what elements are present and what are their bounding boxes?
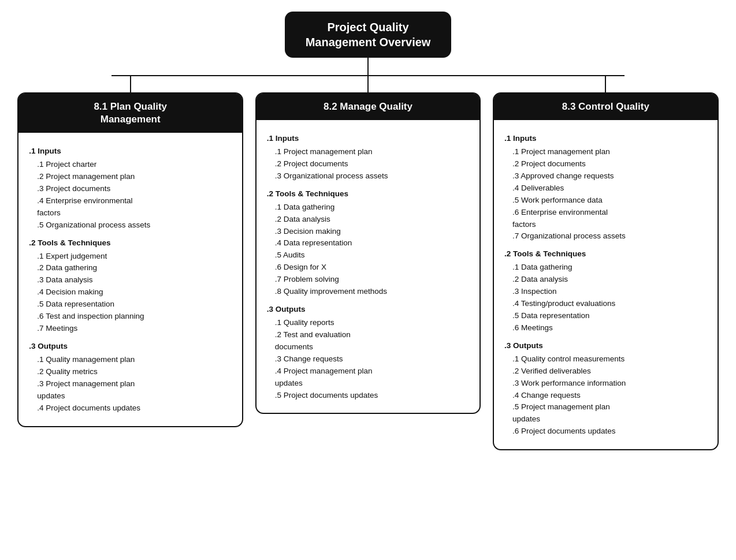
col-line-plan: [130, 76, 131, 92]
section-title-plan-0: .1 Inputs: [29, 145, 232, 158]
section-title-manage-0: .1 Inputs: [267, 133, 470, 145]
item-control-0-0: .1 Project management plan: [504, 146, 707, 158]
card-body-control: .1 Inputs.1 Project management plan.2 Pr…: [494, 120, 718, 440]
item-plan-1-0: .1 Expert judgement: [29, 251, 232, 263]
item-plan-1-1: .2 Data gathering: [29, 262, 232, 274]
item-plan-0-4: .5 Organizational process assets: [29, 219, 232, 232]
item-plan-0-0: .1 Project charter: [29, 159, 232, 171]
card-plan: 8.1 Plan QualityManagement.1 Inputs.1 Pr…: [17, 92, 243, 427]
item-control-0-6: .7 Organizational process assets: [504, 230, 707, 242]
card-control: 8.3 Control Quality.1 Inputs.1 Project m…: [493, 92, 719, 450]
item-control-0-4: .5 Work performance data: [504, 195, 707, 207]
section-title-control-2: .3 Outputs: [504, 340, 707, 352]
item-manage-1-7: .8 Quality improvement methods: [267, 286, 470, 298]
item-plan-2-1: .2 Quality metrics: [29, 366, 232, 378]
item-plan-0-1: .2 Project management plan: [29, 171, 232, 183]
card-header-plan: 8.1 Plan QualityManagement: [18, 94, 242, 133]
column-control: 8.3 Control Quality.1 Inputs.1 Project m…: [487, 76, 724, 450]
item-control-2-2: .3 Work performance information: [504, 378, 707, 390]
root-title: Project Quality Management Overview: [285, 12, 452, 58]
item-control-1-5: .6 Meetings: [504, 322, 707, 334]
section-title-control-1: .2 Tools & Techniques: [504, 248, 707, 260]
item-control-2-4: .5 Project management plan updates: [504, 401, 707, 425]
item-plan-0-2: .3 Project documents: [29, 183, 232, 195]
col-line-manage: [367, 76, 369, 92]
item-manage-1-6: .7 Problem solving: [267, 274, 470, 286]
item-manage-2-2: .3 Change requests: [267, 353, 470, 365]
column-plan: 8.1 Plan QualityManagement.1 Inputs.1 Pr…: [12, 76, 249, 450]
item-manage-0-2: .3 Organizational process assets: [267, 170, 470, 182]
item-manage-1-3: .4 Data representation: [267, 237, 470, 249]
item-manage-2-1: .2 Test and evaluation documents: [267, 329, 470, 353]
item-control-2-1: .2 Verified deliverables: [504, 365, 707, 378]
item-control-0-1: .2 Project documents: [504, 158, 707, 170]
item-control-0-3: .4 Deliverables: [504, 182, 707, 195]
item-manage-1-5: .6 Design for X: [267, 262, 470, 274]
section-title-manage-1: .2 Tools & Techniques: [267, 188, 470, 200]
item-control-0-2: .3 Approved change requests: [504, 170, 707, 182]
item-control-1-1: .2 Data analysis: [504, 274, 707, 286]
item-control-2-3: .4 Change requests: [504, 390, 707, 402]
item-plan-1-4: .5 Data representation: [29, 298, 232, 311]
item-manage-1-2: .3 Decision making: [267, 226, 470, 238]
item-plan-2-2: .3 Project management plan updates: [29, 378, 232, 402]
item-plan-0-3: .4 Enterprise environmental factors: [29, 195, 232, 219]
card-header-control: 8.3 Control Quality: [494, 94, 718, 120]
item-manage-1-0: .1 Data gathering: [267, 201, 470, 214]
item-plan-2-0: .1 Quality management plan: [29, 354, 232, 366]
item-control-1-0: .1 Data gathering: [504, 262, 707, 274]
section-title-control-0: .1 Inputs: [504, 133, 707, 145]
card-manage: 8.2 Manage Quality.1 Inputs.1 Project ma…: [255, 92, 481, 414]
item-control-2-5: .6 Project documents updates: [504, 425, 707, 438]
item-control-0-5: .6 Enterprise environmental factors: [504, 207, 707, 231]
item-plan-1-2: .3 Data analysis: [29, 274, 232, 286]
item-manage-1-1: .2 Data analysis: [267, 214, 470, 226]
item-manage-2-0: .1 Quality reports: [267, 317, 470, 329]
item-manage-0-1: .2 Project documents: [267, 158, 470, 170]
item-plan-2-3: .4 Project documents updates: [29, 402, 232, 415]
columns-wrapper: 8.1 Plan QualityManagement.1 Inputs.1 Pr…: [12, 76, 724, 450]
item-manage-1-4: .5 Audits: [267, 249, 470, 262]
item-manage-0-0: .1 Project management plan: [267, 146, 470, 158]
item-manage-2-4: .5 Project documents updates: [267, 390, 470, 402]
section-title-plan-2: .3 Outputs: [29, 341, 232, 353]
item-plan-1-6: .7 Meetings: [29, 323, 232, 335]
root-connector-vertical: [367, 58, 369, 75]
item-manage-2-3: .4 Project management plan updates: [267, 365, 470, 390]
card-header-manage: 8.2 Manage Quality: [257, 94, 480, 120]
col-line-control: [605, 76, 606, 92]
item-control-1-2: .3 Inspection: [504, 286, 707, 298]
card-body-plan: .1 Inputs.1 Project charter.2 Project ma…: [18, 133, 242, 416]
section-title-plan-1: .2 Tools & Techniques: [29, 237, 232, 249]
item-control-1-4: .5 Data representation: [504, 310, 707, 322]
item-plan-1-3: .4 Decision making: [29, 286, 232, 298]
section-title-manage-2: .3 Outputs: [267, 304, 470, 316]
item-plan-1-5: .6 Test and inspection planning: [29, 311, 232, 323]
item-control-1-3: .4 Testing/product evaluations: [504, 298, 707, 310]
column-manage: 8.2 Manage Quality.1 Inputs.1 Project ma…: [249, 76, 486, 450]
card-body-manage: .1 Inputs.1 Project management plan.2 Pr…: [257, 120, 480, 404]
item-control-2-0: .1 Quality control measurements: [504, 353, 707, 365]
